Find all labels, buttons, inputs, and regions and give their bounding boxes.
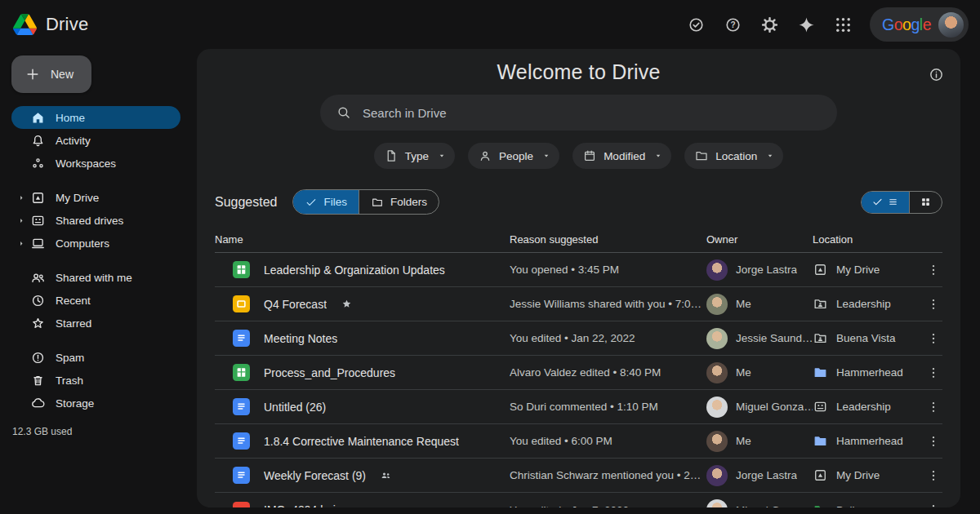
gemini-button[interactable] bbox=[790, 8, 822, 41]
info-button[interactable] bbox=[923, 61, 949, 87]
row-menu-button[interactable] bbox=[924, 331, 943, 346]
expand-arrow-icon[interactable] bbox=[15, 240, 28, 247]
expand-arrow-icon[interactable] bbox=[15, 217, 28, 224]
location-cell[interactable]: Leadership bbox=[813, 399, 924, 414]
table-row[interactable]: Leadership & Organization UpdatesYou ope… bbox=[215, 253, 942, 287]
expand-arrow-icon[interactable] bbox=[15, 194, 28, 202]
column-header-owner[interactable]: Owner bbox=[706, 233, 813, 246]
grid-view-button[interactable] bbox=[909, 192, 942, 213]
column-header-reason-suggested[interactable]: Reason suggested bbox=[510, 233, 706, 246]
account-pill[interactable]: Google bbox=[870, 7, 969, 42]
drive-logo[interactable]: Drive bbox=[13, 14, 88, 35]
docs-file-icon bbox=[233, 398, 250, 415]
trash-icon bbox=[29, 373, 46, 388]
location-cell[interactable]: Bullseye bbox=[813, 503, 924, 508]
row-menu-button[interactable] bbox=[924, 263, 943, 277]
gear-icon bbox=[760, 16, 779, 34]
location-cell[interactable]: My Drive bbox=[813, 262, 924, 277]
location-cell[interactable]: Leadership bbox=[813, 296, 924, 312]
owner-cell: Jessie Saund… bbox=[706, 328, 813, 349]
sidebar-item-recent[interactable]: Recent bbox=[11, 289, 180, 312]
sidebar-item-home[interactable]: Home bbox=[11, 106, 180, 129]
filter-chip-location[interactable]: Location bbox=[684, 143, 783, 169]
loc-shared-folder-icon bbox=[813, 296, 828, 312]
table-row[interactable]: IMG_4394.heicYou edited • Jan 7, 2022Mig… bbox=[215, 493, 942, 507]
filter-chip-type[interactable]: Type bbox=[374, 143, 455, 169]
sidebar-section: My DriveShared drivesComputers bbox=[11, 186, 180, 255]
sidebar-item-shared-with-me[interactable]: Shared with me bbox=[11, 266, 180, 289]
sidebar-item-starred[interactable]: Starred bbox=[11, 312, 180, 335]
sidebar-item-computers[interactable]: Computers bbox=[11, 232, 180, 255]
table-row[interactable]: Meeting NotesYou edited • Jan 22, 2022Je… bbox=[215, 321, 942, 356]
sidebar-item-workspaces[interactable]: Workspaces bbox=[11, 152, 180, 175]
reason-suggested: Christian Schwarz mentioned you • 2… bbox=[510, 469, 706, 481]
table-row[interactable]: 1.8.4 Corrective Maintenance RequestYou … bbox=[215, 424, 942, 459]
search-icon bbox=[336, 104, 352, 121]
file-name-cell: Leadership & Organization Updates bbox=[215, 261, 510, 278]
owner-avatar bbox=[706, 431, 728, 452]
column-header-name[interactable]: Name bbox=[215, 233, 510, 246]
row-menu-button[interactable] bbox=[924, 400, 943, 414]
apps-grid-button[interactable] bbox=[826, 8, 859, 41]
row-menu-button[interactable] bbox=[924, 297, 943, 312]
loc-shared-folder-icon bbox=[813, 330, 828, 346]
folders-toggle-label: Folders bbox=[390, 196, 427, 208]
search-bar[interactable] bbox=[320, 95, 837, 131]
loc-folder-icon bbox=[813, 433, 828, 449]
sidebar-item-shared-drives[interactable]: Shared drives bbox=[11, 209, 180, 232]
offline-status-button[interactable] bbox=[679, 8, 712, 41]
file-name: Q4 Forecast bbox=[264, 298, 327, 311]
folders-toggle-button[interactable]: Folders bbox=[359, 190, 439, 214]
location-cell[interactable]: My Drive bbox=[813, 467, 924, 483]
location-cell[interactable]: Hammerhead bbox=[813, 365, 924, 380]
table-row[interactable]: Untitled (26)So Duri commented • 1:10 PM… bbox=[215, 390, 942, 424]
table-row[interactable]: Process_and_ProceduresAlvaro Valdez edit… bbox=[215, 356, 942, 390]
suggested-row: Suggested Files Folders bbox=[197, 189, 960, 215]
sidebar-section: HomeActivityWorkspaces bbox=[11, 106, 180, 175]
google-letter: e bbox=[923, 16, 931, 33]
location-cell[interactable]: Buena Vista bbox=[813, 330, 924, 346]
sheets-file-icon bbox=[233, 261, 250, 278]
sidebar-section: Shared with meRecentStarred bbox=[11, 266, 180, 335]
owner-cell: Me bbox=[706, 431, 813, 452]
sidebar: New HomeActivityWorkspacesMy DriveShared… bbox=[0, 49, 197, 437]
shared-people-icon bbox=[380, 469, 392, 481]
sidebar-item-label: Starred bbox=[56, 317, 91, 330]
row-menu-button[interactable] bbox=[924, 468, 943, 483]
sidebar-item-label: My Drive bbox=[56, 192, 99, 204]
help-button[interactable]: ? bbox=[716, 8, 749, 41]
files-toggle-button[interactable]: Files bbox=[293, 190, 359, 214]
search-input[interactable] bbox=[363, 106, 822, 120]
settings-button[interactable] bbox=[753, 8, 786, 41]
sidebar-item-trash[interactable]: Trash bbox=[11, 369, 180, 392]
file-name-cell: 1.8.4 Corrective Maintenance Request bbox=[215, 432, 510, 450]
shareddrives-icon bbox=[29, 213, 46, 228]
location-name: Leadership bbox=[836, 298, 891, 310]
file-name-cell: Q4 Forecast bbox=[215, 295, 510, 312]
topbar-actions: ? Google bbox=[679, 7, 969, 42]
person-icon bbox=[478, 148, 492, 163]
sidebar-item-my-drive[interactable]: My Drive bbox=[11, 186, 180, 209]
row-menu-button[interactable] bbox=[924, 503, 943, 507]
owner-cell: Miguel Gonza… bbox=[706, 499, 813, 507]
account-avatar[interactable] bbox=[938, 12, 964, 38]
sidebar-item-storage[interactable]: Storage bbox=[11, 392, 180, 414]
location-name: Hammerhead bbox=[836, 366, 903, 379]
table-row[interactable]: Weekly Forecast (9)Christian Schwarz men… bbox=[215, 459, 942, 493]
row-menu-button[interactable] bbox=[924, 434, 943, 449]
google-letter: G bbox=[882, 16, 894, 33]
docs-file-icon bbox=[233, 330, 250, 347]
list-view-button[interactable] bbox=[862, 192, 909, 213]
sidebar-item-spam[interactable]: Spam bbox=[11, 346, 180, 369]
location-cell[interactable]: Hammerhead bbox=[813, 433, 924, 449]
filter-chip-people[interactable]: People bbox=[468, 143, 559, 169]
sidebar-item-activity[interactable]: Activity bbox=[11, 129, 180, 152]
filter-chip-modified[interactable]: Modified bbox=[572, 143, 671, 169]
new-button[interactable]: New bbox=[11, 55, 91, 93]
owner-avatar bbox=[706, 328, 728, 349]
table-row[interactable]: Q4 ForecastJessie Williams shared with y… bbox=[215, 287, 942, 321]
row-menu-button[interactable] bbox=[924, 366, 943, 380]
column-header-location[interactable]: Location bbox=[813, 233, 924, 246]
file-name-cell: Process_and_Procedures bbox=[215, 364, 510, 381]
owner-cell: Miguel Gonza… bbox=[706, 397, 813, 418]
